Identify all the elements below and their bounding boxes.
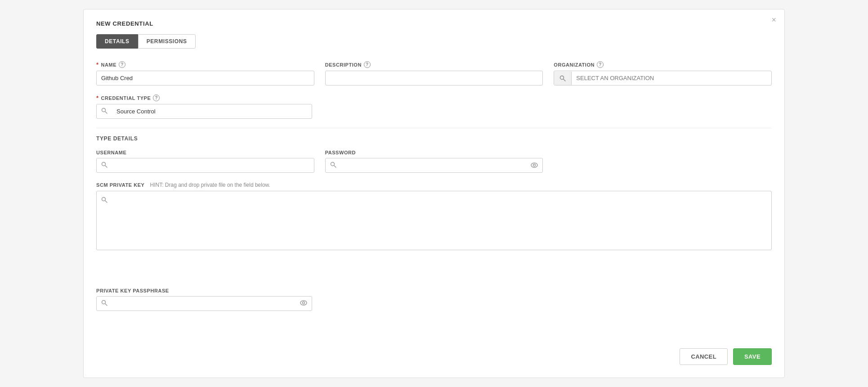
svg-point-12 [102, 300, 106, 304]
scm-search-icon [97, 191, 112, 204]
modal-title: NEW CREDENTIAL [96, 20, 772, 27]
private-key-passphrase-wrapper [96, 296, 312, 311]
row-name-desc-org: * NAME ? DESCRIPTION ? ORGANIZATION ? [96, 61, 772, 86]
scm-private-key-label: SCM PRIVATE KEY [96, 182, 144, 188]
private-key-passphrase-group: PRIVATE KEY PASSPHRASE [96, 288, 312, 340]
scm-private-key-group: SCM PRIVATE KEY HINT: Drag and drop priv… [96, 182, 772, 279]
svg-point-2 [102, 108, 106, 112]
scm-private-key-hint: HINT: Drag and drop private file on the … [150, 182, 270, 188]
svg-line-5 [105, 166, 107, 167]
password-input-wrapper [325, 158, 543, 173]
credential-type-input[interactable] [112, 104, 312, 118]
svg-line-11 [105, 201, 107, 202]
name-label-text: NAME [101, 62, 117, 68]
username-label-text: USERNAME [96, 150, 126, 155]
scm-private-key-textarea[interactable] [112, 191, 771, 250]
tab-permissions[interactable]: PERMISSIONS [138, 34, 196, 49]
passphrase-search-icon [97, 300, 112, 307]
username-input[interactable] [112, 158, 314, 172]
cancel-button[interactable]: CANCEL [680, 348, 728, 365]
name-help-icon[interactable]: ? [119, 61, 125, 68]
close-button[interactable]: × [771, 16, 776, 24]
svg-line-7 [334, 166, 336, 167]
save-button[interactable]: SAVE [733, 348, 772, 365]
svg-point-14 [300, 301, 307, 305]
username-group: USERNAME [96, 150, 314, 173]
tab-details[interactable]: DETAILS [96, 34, 138, 49]
credential-type-help-icon[interactable]: ? [153, 94, 160, 101]
credential-type-search-icon [97, 108, 112, 115]
credential-type-label-text: CREDENTIAL TYPE [101, 95, 151, 101]
svg-line-3 [105, 112, 107, 113]
svg-point-4 [102, 162, 106, 166]
tab-bar: DETAILS PERMISSIONS [96, 34, 772, 49]
svg-point-0 [560, 76, 564, 79]
svg-point-6 [331, 162, 334, 166]
organization-group: ORGANIZATION ? [554, 61, 772, 86]
svg-point-9 [533, 164, 536, 166]
svg-line-1 [564, 79, 565, 81]
username-label: USERNAME [96, 150, 314, 155]
type-details-section: TYPE DETAILS [96, 128, 772, 142]
organization-input[interactable] [572, 71, 771, 85]
form-content: * NAME ? DESCRIPTION ? ORGANIZATION ? [96, 61, 772, 339]
svg-point-10 [102, 198, 106, 201]
name-group: * NAME ? [96, 61, 314, 86]
passphrase-eye-icon[interactable] [295, 300, 312, 307]
credential-type-label: * CREDENTIAL TYPE ? [96, 94, 312, 101]
name-label: * NAME ? [96, 61, 314, 68]
password-eye-icon[interactable] [526, 162, 542, 169]
name-required-star: * [96, 61, 99, 68]
svg-point-8 [531, 163, 537, 167]
private-key-passphrase-label: PRIVATE KEY PASSPHRASE [96, 288, 312, 293]
password-label-text: PASSWORD [325, 150, 356, 155]
description-group: DESCRIPTION ? [325, 61, 543, 86]
password-label: PASSWORD [325, 150, 543, 155]
credential-type-input-wrapper [96, 104, 312, 119]
description-label-text: DESCRIPTION [325, 62, 362, 68]
organization-search-icon [554, 72, 572, 85]
credential-type-required-star: * [96, 94, 99, 101]
scm-label-row: SCM PRIVATE KEY HINT: Drag and drop priv… [96, 182, 772, 188]
private-key-passphrase-input[interactable] [112, 297, 295, 310]
description-help-icon[interactable]: ? [364, 61, 371, 68]
description-input[interactable] [325, 71, 543, 86]
organization-input-wrapper [554, 71, 772, 86]
row-username-password: USERNAME PASSWORD [96, 150, 772, 173]
new-credential-modal: × NEW CREDENTIAL DETAILS PERMISSIONS * N… [83, 9, 785, 378]
credential-type-group: * CREDENTIAL TYPE ? [96, 94, 312, 119]
name-input[interactable] [96, 71, 314, 86]
password-group: PASSWORD [325, 150, 543, 173]
description-label: DESCRIPTION ? [325, 61, 543, 68]
password-search-icon [326, 162, 341, 169]
svg-point-15 [303, 302, 305, 304]
organization-help-icon[interactable]: ? [597, 61, 604, 68]
row-credential-type: * CREDENTIAL TYPE ? [96, 94, 772, 119]
organization-label-text: ORGANIZATION [554, 62, 595, 68]
svg-line-13 [105, 304, 107, 306]
username-search-icon [97, 162, 112, 169]
scm-private-key-label-text: SCM PRIVATE KEY [96, 182, 144, 188]
private-key-passphrase-label-text: PRIVATE KEY PASSPHRASE [96, 288, 169, 293]
modal-footer: CANCEL SAVE [96, 339, 772, 365]
password-input[interactable] [341, 158, 527, 172]
scm-private-key-wrapper [96, 191, 772, 250]
organization-label: ORGANIZATION ? [554, 61, 772, 68]
username-input-wrapper [96, 158, 314, 173]
